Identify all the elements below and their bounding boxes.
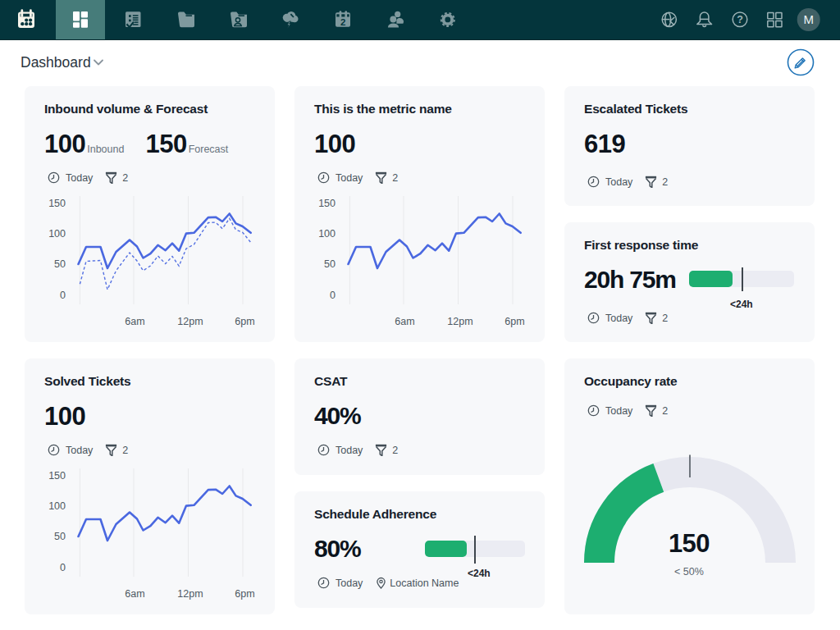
- svg-text:6pm: 6pm: [235, 588, 254, 600]
- svg-text:150: 150: [48, 198, 66, 209]
- svg-text:100: 100: [48, 500, 66, 512]
- svg-text:< 50%: < 50%: [674, 566, 704, 578]
- svg-text:M: M: [803, 12, 814, 26]
- svg-text:6pm: 6pm: [504, 316, 524, 327]
- svg-text:150: 150: [48, 470, 66, 482]
- svg-text:?: ?: [737, 14, 743, 25]
- svg-text:150: 150: [669, 529, 710, 558]
- svg-text:50: 50: [54, 531, 66, 542]
- svg-text:6pm: 6pm: [235, 316, 254, 327]
- svg-text:100: 100: [48, 228, 66, 240]
- svg-text:12pm: 12pm: [447, 316, 472, 327]
- svg-text:0: 0: [60, 290, 66, 301]
- svg-text:0: 0: [330, 290, 336, 301]
- svg-text:12pm: 12pm: [177, 316, 203, 327]
- svg-text:6am: 6am: [125, 588, 144, 600]
- svg-text:100: 100: [318, 228, 336, 240]
- svg-text:6am: 6am: [395, 316, 414, 327]
- svg-text:50: 50: [324, 258, 336, 270]
- svg-text:150: 150: [318, 198, 336, 209]
- svg-text:6am: 6am: [125, 316, 144, 327]
- svg-text:50: 50: [54, 258, 66, 270]
- svg-text:0: 0: [60, 562, 66, 573]
- svg-text:2: 2: [340, 17, 345, 27]
- svg-text:12pm: 12pm: [177, 588, 203, 600]
